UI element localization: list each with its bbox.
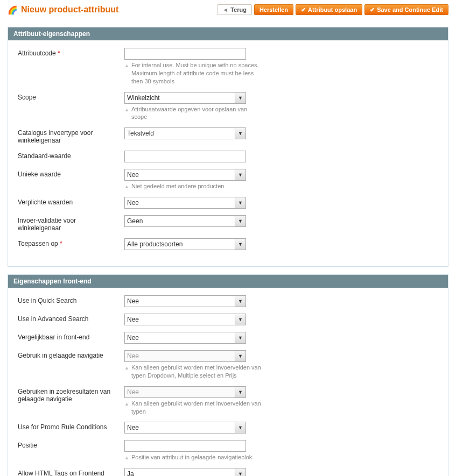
unique-select-value: Nee [127,171,139,179]
layered-nav-hint: ▲Kan alleen gebruikt worden met invoerve… [124,364,262,380]
chevron-down-icon: ▼ [235,422,245,433]
reset-button-label: Herstellen [259,6,288,13]
attribute-code-hint: ▲For internal use. Must be unique with n… [124,61,262,86]
position-label: Positie [18,440,124,449]
attribute-properties-section: Attribuut-eigenschappen Attribuutcode * … [8,27,448,267]
layered-nav-select-value: Nee [127,352,139,360]
attribute-code-label: Attribuutcode * [18,48,124,57]
button-bar: ◄ Terug Herstellen ✔ Attribuut opslaan ✔… [217,4,448,15]
validation-select-value: Geen [127,217,143,225]
chevron-down-icon: ▼ [235,169,245,180]
scope-hint: ▲Attribuaatwaarde opgeven voor opslaan v… [124,105,262,122]
apply-to-select-value: Alle productsoorten [127,240,183,248]
attribute-code-input[interactable] [124,48,246,60]
chevron-down-icon: ▼ [235,239,245,250]
frontend-properties-section: Eigenschappen front-end Use in Quick Sea… [8,274,448,476]
save-continue-button[interactable]: ✔ Save and Continue Edit [364,4,448,15]
allow-html-label: Allow HTML Tags on Frontend [18,468,124,476]
allow-html-select-value: Ja [127,470,134,476]
position-input[interactable] [124,440,246,452]
chevron-down-icon: ▼ [235,468,245,476]
scope-select[interactable]: Winkelzicht ▼ [124,92,246,104]
chevron-down-icon: ▼ [235,128,245,139]
layered-search-select-value: Nee [127,388,139,396]
comparable-label: Vergelijkbaar in front-end [18,332,124,341]
validation-select[interactable]: Geen ▼ [124,215,246,227]
chevron-down-icon: ▼ [235,387,245,397]
quick-search-select[interactable]: Nee ▼ [124,295,246,307]
back-arrow-icon: ◄ [222,7,228,13]
unique-label: Unieke waarde [18,169,124,178]
unique-select[interactable]: Nee ▼ [124,169,246,181]
apply-to-label: Toepassen op * [18,238,124,247]
apply-to-select[interactable]: Alle productsoorten ▼ [124,238,246,250]
chevron-down-icon: ▼ [235,314,245,325]
input-type-select[interactable]: Tekstveld ▼ [124,127,246,139]
position-hint: ▲Positie van attribuut in gelaagde-navig… [124,453,262,461]
adv-search-label: Use in Advanced Search [18,314,124,323]
layered-search-label: Gebruiken in zoekresultaten van gelaagde… [18,386,124,403]
comparable-select[interactable]: Nee ▼ [124,332,246,344]
promo-rule-select[interactable]: Nee ▼ [124,422,246,434]
adv-search-select[interactable]: Nee ▼ [124,314,246,325]
reset-button[interactable]: Herstellen [254,4,293,15]
unique-hint: ▲Niet gedeeld met andere producten [124,182,262,190]
chevron-down-icon: ▼ [235,216,245,226]
layered-search-hint: ▲Kan alleen gebruikt worden met invoerve… [124,400,262,416]
section-header: Eigenschappen front-end [8,275,448,288]
chevron-down-icon: ▼ [235,197,245,208]
section-header: Attribuut-eigenschappen [8,27,448,40]
quick-search-label: Use in Quick Search [18,295,124,304]
adv-search-select-value: Nee [127,316,139,323]
check-icon: ✔ [370,7,375,13]
chevron-down-icon: ▼ [235,296,245,307]
check-icon: ✔ [301,7,306,13]
back-button-label: Terug [230,6,247,13]
chevron-down-icon: ▼ [235,351,245,361]
input-type-label: Catalogus invoertype voor winkeleigenaar [18,127,124,144]
layered-search-select: Nee ▼ [124,386,246,398]
required-select-value: Nee [127,199,139,207]
scope-select-value: Winkelzicht [127,94,160,102]
scope-label: Scope [18,92,124,101]
rainbow-icon: 🌈 [8,6,18,14]
required-label: Verplichte waarden [18,197,124,206]
input-type-select-value: Tekstveld [127,130,154,137]
comparable-select-value: Nee [127,334,139,342]
default-value-label: Standaard-waarde [18,151,124,160]
allow-html-select[interactable]: Ja ▼ [124,468,246,476]
default-value-input[interactable] [124,151,246,162]
quick-search-select-value: Nee [127,297,139,305]
layered-nav-select: Nee ▼ [124,350,246,362]
layered-nav-label: Gebruik in gelaagde navigatie [18,350,124,359]
page-title: Nieuw product-attribuut [21,5,118,15]
validation-label: Invoer-validatie voor winkeleigenaar [18,215,124,232]
promo-rule-select-value: Nee [127,424,139,431]
save-continue-button-label: Save and Continue Edit [377,6,443,13]
required-select[interactable]: Nee ▼ [124,197,246,209]
promo-rule-label: Use for Promo Rule Conditions [18,422,124,431]
page-header: 🌈 Nieuw product-attribuut ◄ Terug Herste… [8,4,448,19]
save-button-label: Attribuut opslaan [308,6,357,13]
back-button[interactable]: ◄ Terug [217,4,252,15]
chevron-down-icon: ▼ [235,332,245,343]
save-button[interactable]: ✔ Attribuut opslaan [296,4,362,15]
chevron-down-icon: ▼ [235,93,245,103]
